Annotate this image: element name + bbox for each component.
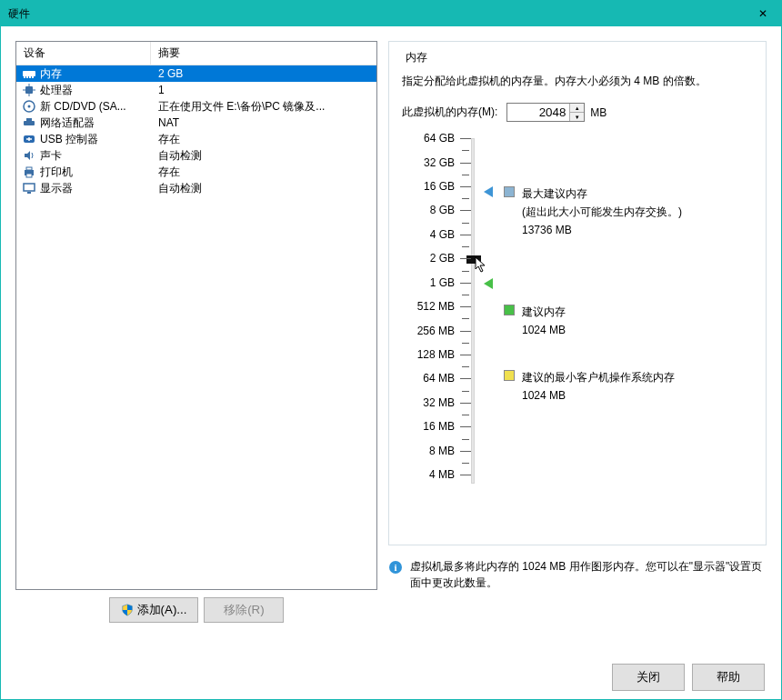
shield-icon — [121, 604, 134, 616]
memory-icon — [22, 66, 36, 81]
device-name: USB 控制器 — [40, 132, 98, 147]
spin-down[interactable]: ▼ — [570, 113, 584, 121]
slider-tick-label: 8 GB — [430, 204, 455, 216]
legend-rec-value: 1024 MB — [522, 322, 566, 338]
memory-input-label: 此虚拟机的内存(M): — [402, 105, 497, 120]
table-row[interactable]: 打印机存在 — [16, 164, 376, 180]
table-row[interactable]: 新 CD/DVD (SA...正在使用文件 E:\备份\PC 镜像及... — [16, 98, 376, 115]
slider-tick-label: 16 GB — [424, 180, 455, 193]
close-icon: ✕ — [758, 7, 767, 20]
slider-tick-label: 8 MB — [429, 445, 455, 457]
memory-input[interactable] — [507, 104, 569, 121]
cd-icon — [22, 99, 36, 114]
slider-tick-label: 4 MB — [429, 468, 455, 481]
memory-desc: 指定分配给此虚拟机的内存量。内存大小必须为 4 MB 的倍数。 — [402, 73, 753, 90]
slider-tick-label: 2 GB — [430, 252, 455, 265]
svg-rect-16 — [26, 167, 32, 170]
device-name: 网络适配器 — [40, 115, 95, 131]
device-summary: 存在 — [151, 132, 376, 147]
legend-min-title: 建议的最小客户机操作系统内存 — [522, 369, 675, 385]
device-name: 声卡 — [40, 148, 62, 164]
printer-icon — [22, 165, 36, 179]
memory-slider[interactable] — [460, 138, 487, 484]
device-summary: 1 — [151, 84, 376, 96]
legend-min-icon — [504, 370, 515, 381]
slider-tick-label: 64 GB — [424, 132, 455, 145]
close-button[interactable]: ✕ — [745, 1, 781, 26]
slider-tick-label: 256 MB — [417, 325, 455, 337]
device-name: 处理器 — [40, 83, 73, 98]
legend-rec-icon — [504, 305, 515, 315]
slider-tick-label: 32 GB — [424, 156, 455, 169]
svg-point-11 — [28, 105, 31, 108]
legend-max-note: (超出此大小可能发生内存交换。) — [522, 204, 682, 220]
header-summary[interactable]: 摘要 — [151, 42, 376, 65]
header-device[interactable]: 设备 — [16, 42, 151, 65]
usb-icon — [22, 132, 36, 146]
device-name: 新 CD/DVD (SA... — [40, 99, 126, 115]
slider-tick-label: 1 GB — [430, 276, 455, 289]
device-summary: 自动检测 — [151, 181, 376, 196]
device-name: 内存 — [40, 66, 62, 82]
svg-rect-0 — [23, 71, 35, 76]
slider-tick-label: 128 MB — [417, 348, 455, 361]
table-row[interactable]: 处理器1 — [16, 82, 376, 98]
help-button[interactable]: 帮助 — [692, 664, 765, 691]
spin-up[interactable]: ▲ — [570, 104, 584, 113]
device-summary: 自动检测 — [151, 148, 376, 164]
svg-text:i: i — [394, 562, 396, 573]
legend-max-icon — [504, 186, 515, 197]
slider-tick-label: 512 MB — [417, 300, 455, 313]
svg-rect-13 — [26, 118, 32, 121]
info-icon: i — [388, 560, 403, 575]
memory-fieldset: 内存 指定分配给此虚拟机的内存量。内存大小必须为 4 MB 的倍数。 此虚拟机的… — [388, 41, 767, 545]
display-icon — [22, 181, 36, 195]
titlebar: 硬件 ✕ — [1, 1, 781, 26]
device-name: 打印机 — [40, 165, 73, 180]
info-text: 虚拟机最多将此内存的 1024 MB 用作图形内存。您可以在"显示器"设置页面中… — [410, 558, 767, 591]
legend-max-title: 最大建议内存 — [522, 185, 682, 202]
cpu-icon — [22, 83, 36, 97]
table-row[interactable]: 网络适配器NAT — [16, 115, 376, 131]
slider-tick-label: 16 MB — [423, 420, 455, 433]
window-title: 硬件 — [8, 6, 30, 22]
slider-tick-label: 4 GB — [430, 228, 455, 241]
device-list: 设备 摘要 内存2 GB处理器1新 CD/DVD (SA...正在使用文件 E:… — [15, 41, 377, 590]
device-summary: NAT — [151, 116, 376, 129]
slider-thumb[interactable] — [466, 255, 481, 264]
slider-tick-label: 64 MB — [423, 372, 455, 385]
memory-title: 内存 — [402, 50, 431, 65]
svg-rect-19 — [27, 192, 31, 194]
rec-marker — [484, 278, 493, 289]
max-marker — [484, 186, 493, 197]
list-header: 设备 摘要 — [16, 42, 376, 65]
device-summary: 存在 — [151, 165, 376, 180]
svg-rect-4 — [32, 76, 34, 78]
device-name: 显示器 — [40, 181, 73, 196]
svg-rect-2 — [26, 76, 28, 78]
svg-rect-18 — [24, 184, 35, 191]
add-button[interactable]: 添加(A)... — [109, 597, 199, 623]
svg-rect-5 — [25, 86, 33, 94]
table-row[interactable]: 显示器自动检测 — [16, 180, 376, 196]
remove-button: 移除(R) — [204, 597, 284, 623]
table-row[interactable]: 内存2 GB — [16, 65, 376, 82]
svg-rect-3 — [29, 76, 31, 78]
svg-rect-1 — [24, 76, 25, 78]
memory-unit: MB — [590, 106, 607, 119]
svg-rect-17 — [26, 174, 32, 177]
add-button-label: 添加(A)... — [137, 602, 187, 618]
table-row[interactable]: USB 控制器存在 — [16, 131, 376, 147]
close-dialog-button[interactable]: 关闭 — [612, 664, 685, 691]
net-icon — [22, 115, 36, 130]
table-row[interactable]: 声卡自动检测 — [16, 147, 376, 164]
sound-icon — [22, 148, 36, 163]
legend-max-value: 13736 MB — [522, 222, 682, 238]
svg-rect-12 — [24, 121, 35, 125]
remove-button-label: 移除(R) — [224, 602, 265, 618]
device-summary: 2 GB — [151, 67, 376, 80]
device-summary: 正在使用文件 E:\备份\PC 镜像及... — [151, 99, 376, 115]
memory-spinbox[interactable]: ▲ ▼ — [506, 103, 585, 122]
legend-min-value: 1024 MB — [522, 387, 675, 404]
slider-tick-label: 32 MB — [423, 396, 455, 409]
